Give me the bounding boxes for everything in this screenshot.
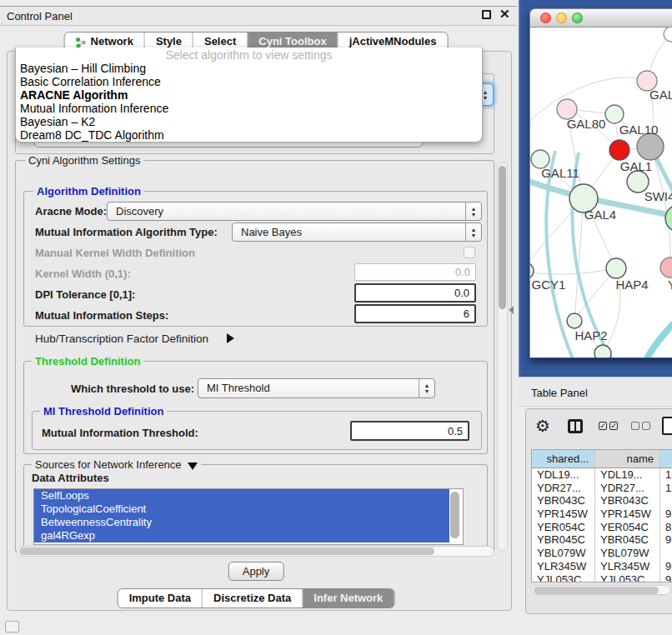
tab-label: Discretize Data	[213, 589, 291, 608]
aracne-mode-value: Discovery	[116, 205, 163, 218]
minimized-panel-icon[interactable]	[5, 621, 19, 632]
manual-kernel-width-checkbox[interactable]	[464, 247, 475, 258]
table-cell: YBR043C	[595, 494, 660, 508]
which-threshold-combobox[interactable]: MI Threshold ▲▼	[198, 378, 435, 398]
algorithm-option[interactable]: Bayesian – Hill Climbing	[16, 62, 482, 75]
algorithm-popup: Select algorithm to view settings Bayesi…	[15, 48, 483, 142]
unchecked-columns-icon[interactable]: ✓✓	[631, 422, 650, 430]
tab-discretize-data[interactable]: Discretize Data	[202, 589, 302, 608]
apply-button-label: Apply	[243, 565, 270, 578]
data-attributes-label: Data Attributes	[32, 472, 109, 484]
column-header[interactable]: name	[595, 450, 660, 468]
table-row[interactable]: YPR145WYPR145W9.	[532, 508, 672, 521]
mi-algorithm-type-value: Naive Bayes	[241, 226, 302, 238]
network-canvas[interactable]: GALGAL80GAL10GAL11GAL1SWI4GAL4GCY1HAP4YH…	[529, 28, 672, 358]
table-row[interactable]: YDR27...YDR27...12	[532, 482, 672, 495]
mi-threshold-field[interactable]: 0.5	[350, 421, 469, 441]
network-node[interactable]	[594, 345, 611, 358]
table-row[interactable]: YJL053CYJL053C9.	[532, 573, 672, 583]
attributes-scrollbar[interactable]	[449, 490, 460, 543]
network-edge	[530, 268, 616, 274]
network-node-label: GAL11	[541, 166, 579, 180]
network-node[interactable]	[637, 133, 664, 160]
stepper-icon[interactable]: ▲▼	[465, 202, 481, 220]
settings-horizontal-scrollbar[interactable]	[17, 546, 494, 557]
zoom-traffic-light-icon[interactable]	[572, 12, 583, 23]
kernel-width-field[interactable]: 0.0	[354, 263, 476, 281]
network-view-background: GALGAL80GAL10GAL11GAL1SWI4GAL4GCY1HAP4YH…	[519, 0, 672, 377]
apply-button[interactable]: Apply	[228, 562, 284, 581]
table-cell: YER054C	[532, 521, 595, 534]
table-cell: 8.	[660, 521, 672, 534]
network-node[interactable]	[606, 258, 626, 278]
table-row[interactable]: YER054CYER054C8.	[532, 521, 672, 534]
table-cell: 12	[660, 482, 672, 495]
mi-algorithm-type-label: Mutual Information Algorithm Type:	[35, 226, 218, 238]
mi-algorithm-type-combobox[interactable]: Naive Bayes ▲▼	[232, 222, 482, 242]
gear-icon[interactable]: ⚙	[535, 418, 550, 434]
collapse-arrow-icon[interactable]	[188, 462, 198, 470]
column-header[interactable]	[660, 450, 672, 468]
aracne-mode-combobox[interactable]: Discovery ▲▼	[107, 202, 482, 221]
split-pane-collapse-icon[interactable]	[509, 306, 514, 314]
tab-infer-network[interactable]: Infer Network	[302, 589, 394, 608]
network-node[interactable]	[605, 105, 624, 123]
network-node[interactable]	[660, 258, 672, 278]
algorithm-option[interactable]: Mutual Information Inference	[16, 102, 482, 115]
network-node-label: GCY1	[532, 278, 566, 292]
table-row[interactable]: YBL079WYBL079W	[532, 547, 672, 560]
stepper-icon[interactable]: ▲▼	[465, 223, 481, 241]
network-node[interactable]	[567, 313, 582, 328]
table-row[interactable]: YBR043CYBR043C	[532, 494, 672, 508]
split-columns-icon[interactable]	[568, 419, 583, 433]
table-horizontal-scrollbar[interactable]	[531, 585, 671, 595]
network-window[interactable]: GALGAL80GAL10GAL11GAL1SWI4GAL4GCY1HAP4YH…	[529, 8, 672, 358]
network-window-titlebar[interactable]	[529, 8, 672, 28]
manual-kernel-width-label: Manual Kernel Width Definition	[35, 247, 195, 259]
network-node-label: HAP4	[615, 278, 648, 292]
table-cell: YJL053C	[595, 573, 660, 583]
attribute-item[interactable]: BetweennessCentrality	[34, 516, 449, 529]
stepper-icon[interactable]: ▲▼	[419, 379, 434, 398]
table-cell: YBL079W	[595, 547, 660, 560]
sources-title: Sources for Network Inference	[32, 458, 201, 471]
sources-title-text: Sources for Network Inference	[35, 458, 182, 471]
network-node[interactable]	[664, 28, 672, 42]
table-cell: 9.	[660, 560, 672, 573]
control-panel-title: Control Panel	[7, 10, 73, 22]
cyni-bottom-tabbar: Impute DataDiscretize DataInfer Network	[118, 588, 395, 608]
algorithm-option[interactable]: ARACNE Algorithm	[16, 88, 482, 102]
float-window-icon[interactable]	[482, 10, 491, 19]
mi-steps-field[interactable]: 6	[354, 304, 476, 323]
close-traffic-light-icon[interactable]	[540, 12, 551, 23]
attribute-item[interactable]: TopologicalCoefficient	[34, 502, 449, 516]
algorithm-option[interactable]: Bayesian – K2	[16, 115, 482, 128]
checked-columns-icon[interactable]: ✓✓	[599, 422, 618, 430]
attribute-item[interactable]: gal4RGexp	[34, 529, 449, 542]
mi-threshold-label: Mutual Information Threshold:	[42, 427, 198, 439]
close-icon[interactable]: ✕	[499, 7, 510, 22]
table-cell: YDL19...	[532, 468, 595, 482]
attribute-item[interactable]: SelfLoops	[34, 489, 449, 502]
node-attribute-table: shared...name YDL19...YDL19...13YDR27...…	[531, 449, 672, 582]
settings-vertical-scrollbar[interactable]	[497, 162, 508, 551]
mi-steps-value: 6	[464, 308, 469, 320]
minimize-traffic-light-icon[interactable]	[556, 12, 567, 23]
algorithm-option[interactable]: Dream8 DC_TDC Algorithm	[16, 128, 482, 142]
data-attributes-list[interactable]: SelfLoopsTopologicalCoefficientBetweenne…	[33, 488, 464, 545]
column-header[interactable]: shared...	[532, 450, 595, 468]
network-node[interactable]	[530, 262, 534, 279]
tab-impute-data[interactable]: Impute Data	[118, 589, 202, 608]
table-row[interactable]: YLR345WYLR345W9.	[532, 560, 672, 573]
dpi-tolerance-field[interactable]: 0.0	[354, 283, 476, 302]
table-row[interactable]: YDL19...YDL19...13	[532, 468, 672, 482]
hub-section-label[interactable]: Hub/Transcription Factor Definition	[35, 332, 208, 345]
network-node[interactable]	[609, 140, 629, 160]
algorithm-option[interactable]: Basic Correlation Inference	[16, 75, 482, 88]
expand-arrow-icon[interactable]	[227, 333, 234, 343]
document-icon[interactable]	[662, 417, 672, 435]
kernel-width-value: 0.0	[455, 266, 470, 278]
table-cell: 9.	[660, 573, 672, 583]
table-cell: 9.	[660, 508, 672, 521]
table-row[interactable]: YBR045CYBR045C9.	[532, 533, 672, 547]
